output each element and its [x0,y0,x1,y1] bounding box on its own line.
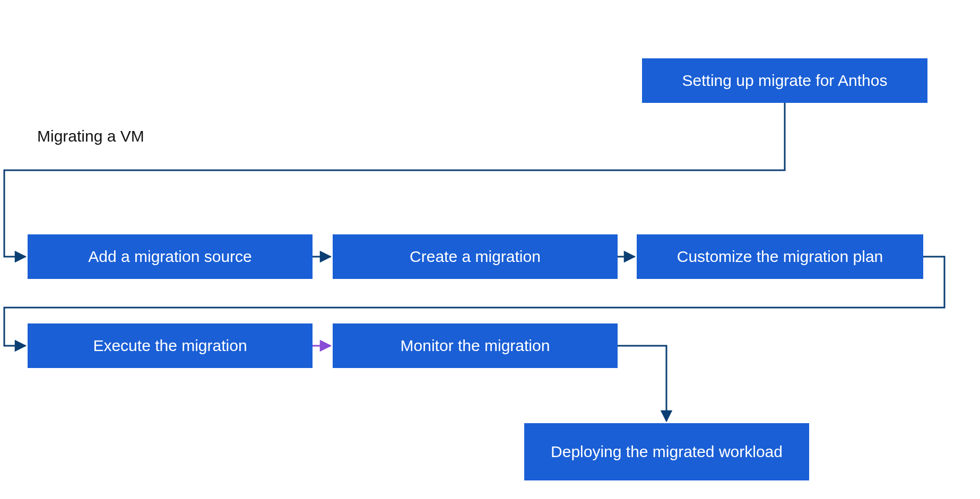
node-create: Create a migration [333,234,618,279]
node-customize: Customize the migration plan [637,234,923,279]
node-setup: Setting up migrate for Anthos [642,58,927,103]
node-execute: Execute the migration [28,323,313,368]
node-add-source: Add a migration source [28,234,313,279]
node-monitor: Monitor the migration [333,323,618,368]
edge-setup-to-addsource [4,103,785,257]
diagram-canvas: Migrating a VM Setting up migrate for An… [0,0,980,499]
edge-monitor-to-deploy [618,346,666,421]
node-deploy: Deploying the migrated workload [524,423,809,480]
diagram-title: Migrating a VM [37,127,144,145]
